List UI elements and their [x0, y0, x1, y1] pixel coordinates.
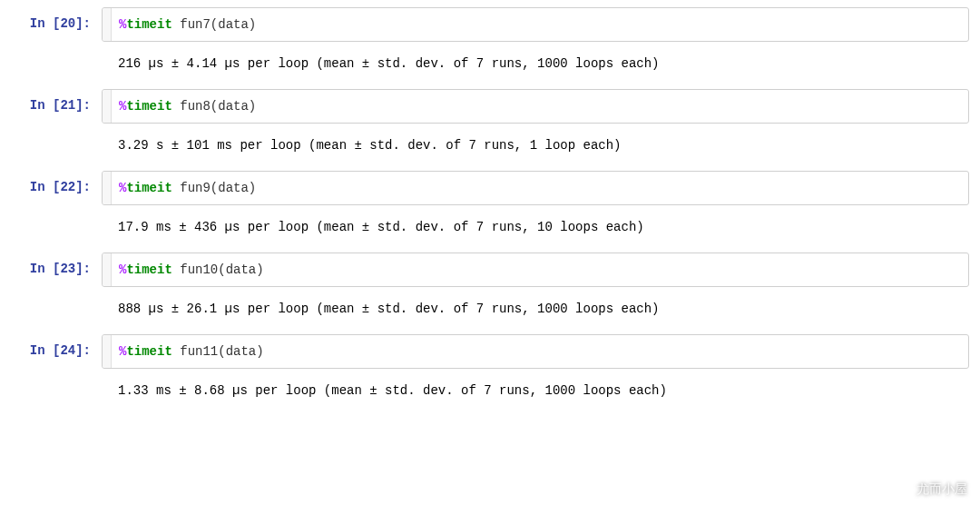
code-content[interactable]: %timeit fun11(data) — [112, 335, 968, 368]
code-input-area[interactable]: %timeit fun11(data) — [102, 334, 969, 369]
code-input-area[interactable]: %timeit fun7(data) — [102, 7, 969, 42]
function-arg: data — [226, 262, 257, 277]
magic-command: timeit — [126, 99, 172, 114]
in-prompt-label: In [21]: — [30, 98, 91, 113]
in-prompt-label: In [22]: — [30, 180, 91, 194]
in-prompt-label: In [23]: — [30, 262, 91, 276]
gutter — [103, 172, 112, 204]
code-input-area[interactable]: %timeit fun9(data) — [102, 171, 969, 205]
magic-command: timeit — [126, 262, 172, 277]
code-cell: In [24]: %timeit fun11(data) — [11, 334, 969, 369]
code-cell: In [21]: %timeit fun8(data) — [11, 89, 969, 124]
output-row: 888 µs ± 26.1 µs per loop (mean ± std. d… — [11, 291, 969, 320]
gutter — [103, 335, 112, 368]
in-prompt-label: In [20]: — [30, 16, 91, 31]
code-content[interactable]: %timeit fun7(data) — [112, 8, 968, 41]
code-cell: In [23]: %timeit fun10(data) — [11, 252, 969, 287]
code-cell: In [20]: %timeit fun7(data) — [11, 7, 969, 42]
in-prompt: In [23]: — [11, 252, 102, 287]
function-name: fun11 — [180, 344, 218, 359]
magic-command: timeit — [126, 344, 172, 359]
in-prompt: In [20]: — [11, 7, 102, 42]
in-prompt: In [21]: — [11, 89, 102, 124]
output-text: 17.9 ms ± 436 µs per loop (mean ± std. d… — [102, 209, 969, 238]
notebook-cells: In [20]: %timeit fun7(data) 216 µs ± 4.1… — [11, 7, 969, 401]
gutter — [103, 90, 112, 123]
function-arg: data — [218, 17, 249, 32]
function-arg: data — [218, 181, 249, 195]
output-prompt — [11, 209, 102, 238]
code-input-area[interactable]: %timeit fun10(data) — [102, 252, 969, 287]
in-prompt: In [24]: — [11, 334, 102, 369]
function-name: fun10 — [180, 262, 218, 277]
output-row: 216 µs ± 4.14 µs per loop (mean ± std. d… — [11, 45, 969, 74]
output-row: 1.33 ms ± 8.68 µs per loop (mean ± std. … — [11, 372, 969, 401]
function-arg: data — [218, 99, 249, 114]
gutter — [103, 253, 112, 286]
function-name: fun7 — [180, 17, 211, 32]
code-input-area[interactable]: %timeit fun8(data) — [102, 89, 969, 124]
output-text: 888 µs ± 26.1 µs per loop (mean ± std. d… — [102, 291, 969, 320]
output-prompt — [11, 291, 102, 320]
output-text: 1.33 ms ± 8.68 µs per loop (mean ± std. … — [102, 372, 969, 401]
function-arg: data — [226, 344, 257, 359]
output-prompt — [11, 127, 102, 156]
output-prompt — [11, 372, 102, 401]
gutter — [103, 8, 112, 41]
output-prompt — [11, 45, 102, 74]
code-content[interactable]: %timeit fun8(data) — [112, 90, 968, 123]
output-text: 3.29 s ± 101 ms per loop (mean ± std. de… — [102, 127, 969, 156]
output-text: 216 µs ± 4.14 µs per loop (mean ± std. d… — [102, 45, 969, 74]
code-content[interactable]: %timeit fun9(data) — [112, 172, 968, 204]
magic-command: timeit — [126, 181, 172, 195]
output-row: 17.9 ms ± 436 µs per loop (mean ± std. d… — [11, 209, 969, 238]
code-content[interactable]: %timeit fun10(data) — [112, 253, 968, 286]
in-prompt: In [22]: — [11, 171, 102, 205]
function-name: fun8 — [180, 99, 211, 114]
in-prompt-label: In [24]: — [30, 343, 91, 358]
output-row: 3.29 s ± 101 ms per loop (mean ± std. de… — [11, 127, 969, 156]
magic-command: timeit — [126, 17, 172, 32]
function-name: fun9 — [180, 181, 211, 195]
code-cell: In [22]: %timeit fun9(data) — [11, 171, 969, 205]
